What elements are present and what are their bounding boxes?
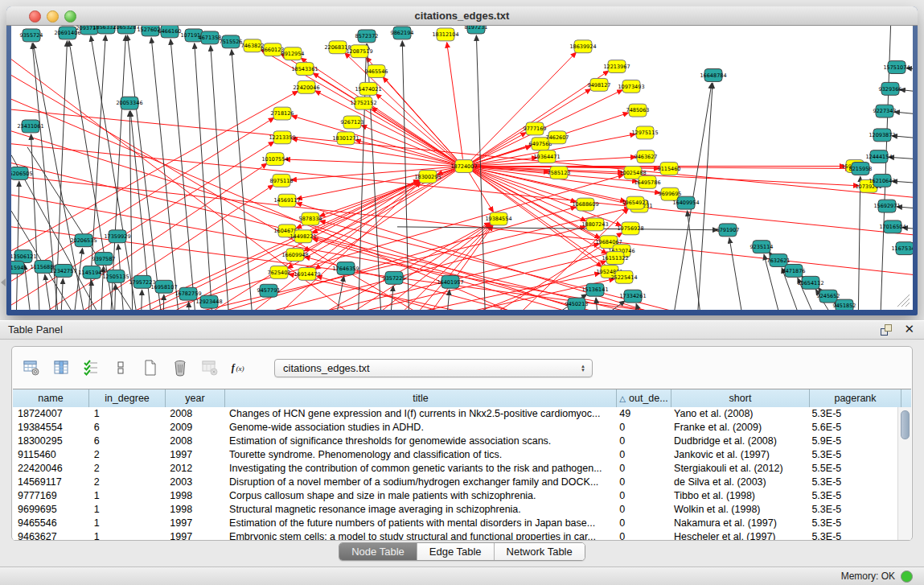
- table-cell[interactable]: 5.3E-5: [807, 448, 898, 462]
- tab-network-table[interactable]: Network Table: [495, 543, 585, 560]
- table-cell[interactable]: 5.3E-5: [807, 517, 898, 530]
- table-cell[interactable]: Yano et al. (2008): [669, 407, 807, 421]
- table-row[interactable]: 977716911998Corpus callosum shape and si…: [13, 489, 898, 503]
- table-cell[interactable]: 1: [89, 503, 166, 517]
- graph-node[interactable]: 9397587: [92, 253, 116, 266]
- table-cell[interactable]: Wolkin et al. (1998): [669, 503, 807, 517]
- table-cell[interactable]: 14569117: [13, 476, 89, 489]
- table-cell[interactable]: de Silva et al. (2003): [669, 476, 807, 489]
- function-builder-icon[interactable]: f(x): [230, 358, 249, 377]
- table-cell[interactable]: 0: [614, 476, 669, 489]
- graph-node[interactable]: 19756928: [617, 222, 643, 235]
- table-row[interactable]: 946554611997Estimation of the future num…: [13, 517, 898, 530]
- table-row[interactable]: 911546021997Tourette syndrome. Phenomeno…: [13, 448, 898, 462]
- table-cell[interactable]: 1997: [165, 530, 224, 540]
- table-cell[interactable]: 2: [89, 448, 166, 462]
- table-cell[interactable]: 2008: [165, 435, 224, 448]
- network-canvas[interactable]: 1872400718300295193845547463822866012389…: [11, 26, 913, 310]
- scrollbar-thumb[interactable]: [901, 410, 910, 439]
- table-cell[interactable]: Changes of HCN gene expression and I(f) …: [224, 407, 614, 421]
- tab-node-table[interactable]: Node Table: [339, 543, 417, 560]
- table-cell[interactable]: 19384554: [13, 421, 89, 435]
- table-cell[interactable]: 1: [89, 530, 166, 540]
- graph-node[interactable]: 9463627: [634, 150, 658, 163]
- table-cell[interactable]: Hescheler et al. (1997): [669, 530, 807, 540]
- table-cell[interactable]: 5.3E-5: [807, 476, 898, 489]
- table-cell[interactable]: 1: [89, 407, 166, 421]
- graph-node[interactable]: 10107554: [261, 153, 288, 166]
- table-row[interactable]: 1938455462009Genome-wide association stu…: [13, 421, 898, 435]
- table-cell[interactable]: Stergiakouli et al. (2012): [669, 462, 807, 476]
- table-row[interactable]: 946362711997Embryonic stem cells: a mode…: [13, 530, 898, 540]
- table-cell[interactable]: 49: [614, 407, 669, 421]
- column-header-title[interactable]: title: [225, 389, 617, 407]
- window-resize-grip[interactable]: [897, 295, 910, 307]
- table-cell[interactable]: 5.5E-5: [807, 462, 898, 476]
- graph-node[interactable]: 17359929: [104, 230, 130, 243]
- graph-node[interactable]: 9465546: [365, 65, 388, 78]
- table-cell[interactable]: Estimation of significance thresholds fo…: [224, 435, 614, 448]
- graph-node[interactable]: 16648784: [700, 69, 726, 82]
- graph-node[interactable]: 9227343: [873, 105, 897, 117]
- table-cell[interactable]: 1997: [165, 517, 224, 530]
- memory-status-indicator[interactable]: [901, 571, 913, 583]
- table-row[interactable]: 1872400712008Changes of HCN gene express…: [13, 407, 898, 421]
- table-cell[interactable]: 9699695: [13, 503, 89, 517]
- graph-node[interactable]: 9450213: [565, 298, 589, 310]
- column-header-name[interactable]: name: [13, 389, 89, 407]
- graph-node[interactable]: 7485063: [626, 104, 650, 117]
- table-cell[interactable]: Corpus callosum shape and size in male p…: [224, 489, 614, 503]
- graph-node[interactable]: 8215958: [849, 163, 873, 175]
- graph-node[interactable]: 8197231: [465, 26, 488, 34]
- graph-node[interactable]: 12213967: [603, 60, 630, 73]
- column-header-in_degree[interactable]: in_degree: [89, 389, 166, 407]
- graph-node[interactable]: 8471876: [782, 264, 806, 277]
- close-panel-icon[interactable]: ✕: [904, 322, 914, 336]
- graph-node[interactable]: 7585123: [548, 167, 571, 179]
- column-header-short[interactable]: short: [671, 389, 810, 407]
- table-cell[interactable]: 1: [89, 517, 166, 530]
- table-cell[interactable]: 5.3E-5: [807, 407, 898, 421]
- table-cell[interactable]: 2: [89, 462, 166, 476]
- graph-node[interactable]: 7515526: [220, 35, 243, 48]
- table-cell[interactable]: 2012: [165, 462, 224, 476]
- table-cell[interactable]: 1998: [165, 503, 224, 517]
- table-cell[interactable]: Genome-wide association studies in ADHD.: [224, 421, 614, 435]
- graph-node[interactable]: 9355724: [20, 29, 43, 42]
- graph-node[interactable]: 9498127: [588, 78, 611, 91]
- table-cell[interactable]: 2009: [165, 421, 224, 435]
- table-cell[interactable]: 0: [614, 448, 669, 462]
- table-cell[interactable]: 5.3E-5: [807, 503, 898, 517]
- table-cell[interactable]: 2: [89, 476, 166, 489]
- select-attributes-icon[interactable]: [81, 358, 101, 377]
- float-panel-icon[interactable]: [881, 324, 892, 336]
- collapse-panel-handle[interactable]: [1, 278, 6, 286]
- graph-node[interactable]: 12444154: [865, 150, 892, 163]
- graph-node[interactable]: 12505135: [102, 270, 129, 282]
- table-cell[interactable]: 9465546: [13, 517, 89, 530]
- citation-graph[interactable]: 1872400718300295193845547463822866012389…: [11, 26, 913, 310]
- table-cell[interactable]: 9463627: [13, 530, 89, 540]
- graph-node[interactable]: 12975115: [631, 126, 658, 139]
- graph-node[interactable]: 2718126: [271, 107, 294, 120]
- table-cell[interactable]: 5.3E-5: [807, 530, 898, 540]
- table-scrollbar[interactable]: [897, 407, 911, 540]
- table-cell[interactable]: Estimation of the future numbers of pati…: [224, 517, 614, 530]
- table-cell[interactable]: 0: [614, 435, 669, 448]
- column-header-out_de[interactable]: △out_de...: [617, 389, 671, 407]
- graph-node[interactable]: 5878334: [299, 212, 322, 225]
- table-row[interactable]: 1830029562008Estimation of significance …: [13, 435, 898, 448]
- window-titlebar[interactable]: citations_edges.txt: [6, 6, 918, 26]
- graph-node[interactable]: 12093872: [869, 129, 895, 142]
- table-cell[interactable]: 0: [614, 503, 669, 517]
- graph-node[interactable]: 9115460: [658, 163, 681, 175]
- table-cell[interactable]: 9777169: [13, 489, 89, 503]
- table-cell[interactable]: 2008: [165, 407, 224, 421]
- table-settings-icon[interactable]: [22, 358, 41, 377]
- graph-node[interactable]: 9357225: [383, 271, 406, 284]
- table-cell[interactable]: 1: [89, 489, 166, 503]
- tab-edge-table[interactable]: Edge Table: [417, 543, 495, 560]
- table-cell[interactable]: 0: [614, 530, 669, 540]
- table-cell[interactable]: 0: [614, 517, 669, 530]
- graph-node[interactable]: 17646359: [332, 262, 359, 275]
